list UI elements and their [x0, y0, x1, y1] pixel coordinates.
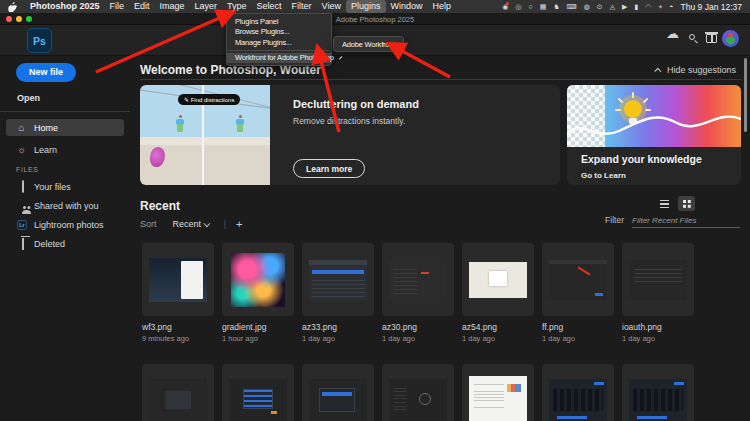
menubar-file[interactable]: File	[105, 0, 130, 13]
recent-heading: Recent	[140, 199, 180, 213]
control-center-icon[interactable]: ◓	[669, 0, 673, 13]
files-section-label: FILES	[16, 166, 38, 173]
az33-thumbnail	[309, 260, 367, 300]
menu-item-adobe-workfront[interactable]: Adobe Workfront	[342, 40, 395, 49]
antivirus-icon[interactable]: ♞	[553, 0, 559, 13]
photoshop-logo: Ps	[27, 28, 52, 53]
recent-file-tile[interactable]	[222, 364, 294, 421]
menu-item-manage-plugins[interactable]: Manage Plugins...	[227, 37, 331, 48]
sidebar-divider	[0, 111, 130, 112]
zoom-window-button[interactable]	[26, 16, 32, 22]
recent-files-row-2	[142, 364, 694, 421]
menubar-help[interactable]: Help	[428, 0, 457, 13]
recent-file-tile[interactable]: ioauth.png 1 day ago	[622, 243, 694, 343]
file-time: 1 hour ago	[222, 334, 294, 343]
screenshot-thumbnail	[629, 379, 687, 421]
menubar-edit[interactable]: Edit	[129, 0, 155, 13]
find-distractions-badge: ✎ Find distractions	[178, 94, 240, 105]
sidebar-item-your-files[interactable]: Your files	[6, 178, 124, 195]
screenshot-thumbnail	[549, 379, 607, 421]
menubar-view[interactable]: View	[317, 0, 346, 13]
file-time: 1 day ago	[542, 334, 614, 343]
lightroom-icon: Lr	[16, 220, 27, 230]
menubar-plugins[interactable]: Plugins	[346, 0, 386, 13]
file-time: 1 day ago	[382, 334, 454, 343]
menu-item-plugins-panel[interactable]: Plugins Panel	[227, 16, 331, 27]
sidebar-item-deleted[interactable]: Deleted	[6, 235, 124, 252]
window-manager-icon[interactable]: ▦	[540, 0, 547, 13]
sidebar-item-home[interactable]: ⌂ Home	[6, 119, 124, 136]
recent-file-tile[interactable]: az30.png 1 day ago	[382, 243, 454, 343]
menubar-type[interactable]: Type	[222, 0, 252, 13]
recent-file-tile[interactable]: wf3.png 9 minutes ago	[142, 243, 214, 343]
recent-file-tile[interactable]	[302, 364, 374, 421]
search-icon[interactable]	[689, 34, 697, 42]
file-name: ff.png	[542, 322, 614, 332]
account-avatar[interactable]	[722, 30, 739, 47]
recent-file-tile[interactable]: ff.png 1 day ago	[542, 243, 614, 343]
menubar-window[interactable]: Window	[386, 0, 428, 13]
menubar-clock[interactable]: Thu 9 Jan 12:37	[681, 2, 742, 12]
minimize-window-button[interactable]	[16, 16, 22, 22]
menubar-select[interactable]: Select	[252, 0, 287, 13]
target-icon[interactable]: ⊙	[597, 0, 603, 13]
open-button[interactable]: Open	[17, 93, 40, 103]
recent-file-tile[interactable]	[382, 364, 454, 421]
recent-file-tile[interactable]	[462, 364, 534, 421]
menu-item-workfront[interactable]: Workfront for Adobe Photoshop	[227, 53, 331, 64]
apple-icon[interactable]	[8, 2, 17, 12]
whats-new-gift-icon[interactable]	[706, 34, 717, 43]
shield-icon[interactable]: ◍	[584, 0, 590, 13]
battery-icon[interactable]: ▮	[634, 0, 638, 13]
grid-view-icon[interactable]	[678, 196, 695, 211]
menubar-layer[interactable]: Layer	[190, 0, 223, 13]
play-icon[interactable]: ▶	[622, 0, 627, 13]
sidebar: New file Open ⌂ Home ☼ Learn FILES Your …	[0, 56, 130, 421]
menubar-filter[interactable]: Filter	[287, 0, 317, 13]
go-to-learn-link[interactable]: Go to Learn	[581, 171, 626, 180]
menubar-image[interactable]: Image	[155, 0, 190, 13]
hide-suggestions-button[interactable]: Hide suggestions	[656, 65, 736, 75]
keyboard-icon[interactable]: ⌨	[567, 0, 577, 13]
learn-more-button[interactable]: Learn more	[293, 159, 365, 178]
wf3-thumbnail	[149, 258, 207, 302]
globe-icon[interactable]: ◎	[515, 0, 521, 13]
card-title: Expand your knowledge	[581, 153, 702, 165]
workfront-submenu: Adobe Workfront	[333, 36, 404, 52]
menu-item-browse-plugins[interactable]: Browse Plugins...	[227, 27, 331, 38]
recent-file-tile[interactable]	[142, 364, 214, 421]
file-time: 1 day ago	[622, 334, 694, 343]
menubar-app-name[interactable]: Photoshop 2025	[25, 0, 105, 13]
close-window-button[interactable]	[6, 16, 12, 22]
gradient-thumbnail	[231, 253, 285, 307]
recent-file-tile[interactable]	[622, 364, 694, 421]
filter-recent-files-input[interactable]	[632, 214, 740, 228]
sidebar-item-learn[interactable]: ☼ Learn	[6, 141, 124, 158]
lightbulb-icon: ☼	[16, 144, 27, 155]
file-time: 1 day ago	[302, 334, 374, 343]
recent-file-tile[interactable]: az33.png 1 day ago	[302, 243, 374, 343]
sort-label: Sort	[140, 219, 157, 229]
cloud-sync-icon[interactable]: ☁	[666, 26, 679, 41]
sidebar-item-shared-with-you[interactable]: Shared with you	[6, 197, 124, 214]
wifi-icon[interactable]: ◠	[645, 0, 651, 13]
screenshot-thumbnail	[309, 379, 367, 421]
add-sort-button[interactable]: +	[236, 219, 242, 229]
new-file-button[interactable]: New file	[16, 63, 76, 82]
screen-recording-icon[interactable]: ◉	[502, 0, 508, 13]
moon-icon[interactable]: ○	[528, 0, 532, 13]
list-view-icon[interactable]	[656, 197, 672, 211]
recent-file-tile[interactable]	[542, 364, 614, 421]
sidebar-item-lightroom-photos[interactable]: Lr Lightroom photos	[6, 216, 124, 233]
welcome-divider	[140, 79, 741, 80]
suggestion-card-learn: Expand your knowledge Go to Learn	[567, 85, 741, 185]
camera-icon[interactable]: ◬	[610, 0, 615, 13]
recent-file-tile[interactable]: az54.png 1 day ago	[462, 243, 534, 343]
vertical-scrollbar[interactable]	[744, 58, 747, 132]
file-time: 9 minutes ago	[142, 334, 214, 343]
recent-file-tile[interactable]: gradient.jpg 1 hour ago	[222, 243, 294, 343]
trash-icon	[16, 238, 27, 249]
sort-dropdown[interactable]: Recent	[173, 219, 210, 229]
plugins-dropdown-menu: Plugins Panel Browse Plugins... Manage P…	[226, 13, 332, 66]
spotlight-icon[interactable]: ⌖	[658, 0, 662, 13]
